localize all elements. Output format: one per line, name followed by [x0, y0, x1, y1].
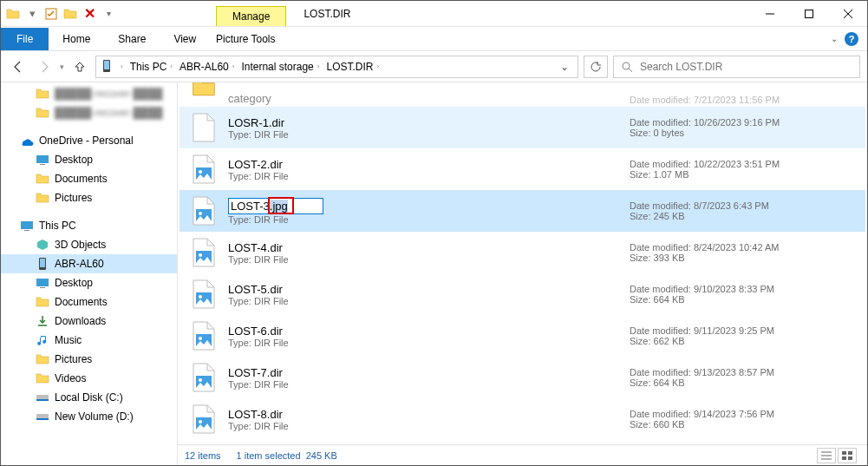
- file-type: Type: DIR File: [228, 421, 619, 431]
- file-icon: [190, 110, 218, 145]
- image-file-icon: [190, 194, 218, 228]
- quick-access-toolbar: ▾ ✕ ▾: [1, 5, 121, 23]
- nav-od-documents[interactable]: Documents: [1, 169, 177, 188]
- image-file-icon: [190, 360, 218, 395]
- folder-icon: [4, 5, 22, 23]
- svg-line-8: [629, 69, 632, 72]
- svg-point-34: [199, 420, 202, 423]
- image-file-icon: [190, 152, 218, 187]
- rename-input[interactable]: LOST-3.jpg: [228, 198, 323, 214]
- file-list[interactable]: category Date modified: 7/21/2023 11:56 …: [178, 82, 867, 444]
- tab-picture-tools[interactable]: Picture Tools: [202, 28, 289, 50]
- nav-recent-folder[interactable]: █████-recover-████: [1, 84, 177, 103]
- view-details-button[interactable]: [817, 448, 836, 463]
- crumb-lostdir[interactable]: LOST.DIR›: [323, 61, 382, 73]
- nav-documents[interactable]: Documents: [1, 292, 177, 312]
- tab-home[interactable]: Home: [49, 28, 104, 50]
- new-folder-icon[interactable]: [62, 5, 79, 23]
- forward-button[interactable]: [34, 56, 55, 77]
- list-item[interactable]: LOST-7.dir Type: DIR File Date modified:…: [179, 357, 865, 398]
- ribbon-expand-icon[interactable]: ⌄: [831, 34, 838, 43]
- properties-icon[interactable]: [42, 5, 60, 23]
- nav-this-pc[interactable]: This PC: [1, 216, 177, 235]
- file-name: LOST-7.dir: [228, 366, 619, 379]
- tab-share[interactable]: Share: [104, 28, 160, 50]
- window-title: LOST.DIR: [286, 8, 368, 20]
- list-item[interactable]: LOST-3.jpg Type: DIR File Date modified:…: [179, 190, 865, 232]
- address-bar[interactable]: › This PC› ABR-AL60› Internal storage› L…: [95, 56, 578, 78]
- nav-videos[interactable]: Videos: [1, 369, 177, 388]
- crumb-device[interactable]: ABR-AL60›: [176, 61, 238, 73]
- list-item[interactable]: LOST-8.dir Type: DIR File Date modified:…: [179, 398, 865, 440]
- view-thumbnails-button[interactable]: [838, 448, 857, 463]
- help-icon[interactable]: ?: [845, 32, 858, 46]
- list-item[interactable]: LOSR-1.dir Type: DIR File Date modified:…: [179, 107, 865, 148]
- qat-caret-icon[interactable]: ▾: [100, 5, 117, 23]
- list-item[interactable]: category Date modified: 7/21/2023 11:56 …: [179, 82, 865, 107]
- address-bar-row: ▾ › This PC› ABR-AL60› Internal storage›…: [1, 51, 867, 82]
- tab-file[interactable]: File: [1, 28, 49, 50]
- svg-rect-38: [842, 451, 846, 455]
- svg-rect-18: [36, 399, 49, 401]
- status-bar: 12 items 1 item selected 245 KB: [178, 444, 867, 465]
- nav-recent-folder[interactable]: █████-recover-████: [1, 103, 177, 122]
- image-file-icon: [190, 277, 218, 312]
- image-file-icon: [190, 318, 218, 353]
- nav-pictures[interactable]: Pictures: [1, 350, 177, 369]
- nav-3d-objects[interactable]: 3D Objects: [1, 235, 177, 254]
- nav-od-desktop[interactable]: Desktop: [1, 150, 177, 169]
- nav-onedrive[interactable]: OneDrive - Personal: [1, 131, 177, 150]
- device-icon: [100, 59, 115, 75]
- image-file-icon: [190, 235, 218, 270]
- svg-point-32: [199, 378, 202, 382]
- recent-locations-icon[interactable]: ▾: [60, 62, 64, 71]
- nav-desktop[interactable]: Desktop: [1, 273, 177, 292]
- list-item[interactable]: LOST-2.dir Type: DIR File Date modified:…: [179, 148, 865, 190]
- svg-rect-14: [40, 259, 45, 267]
- file-name: LOST-4.dir: [228, 241, 619, 254]
- list-item[interactable]: LOST-6.dir Type: DIR File Date modified:…: [179, 315, 865, 357]
- nav-downloads[interactable]: Downloads: [1, 312, 177, 331]
- nav-od-pictures[interactable]: Pictures: [1, 188, 177, 207]
- folder-icon: [190, 82, 218, 105]
- up-button[interactable]: [69, 56, 90, 77]
- file-name: LOST-2.dir: [228, 158, 619, 171]
- qat-dropdown-icon[interactable]: ▾: [23, 5, 41, 23]
- contextual-tab-manage[interactable]: Manage: [216, 6, 286, 26]
- nav-new-volume-d[interactable]: New Volume (D:): [1, 407, 177, 426]
- file-type: Type: DIR File: [228, 129, 619, 140]
- nav-local-disk-c[interactable]: Local Disk (C:): [1, 388, 177, 407]
- file-name: LOST-6.dir: [228, 325, 619, 338]
- svg-rect-41: [848, 456, 852, 460]
- nav-music[interactable]: Music: [1, 331, 177, 350]
- list-item[interactable]: LOST-5.dir Type: DIR File Date modified:…: [179, 273, 865, 315]
- maximize-button[interactable]: [789, 1, 828, 26]
- file-name: LOSR-1.dir: [228, 116, 619, 129]
- navigation-pane[interactable]: █████-recover-████ █████-recover-████ On…: [1, 82, 178, 465]
- svg-rect-11: [21, 221, 33, 229]
- svg-point-7: [623, 62, 630, 69]
- crumb-this-pc[interactable]: This PC›: [127, 61, 176, 73]
- crumb-sep[interactable]: ›: [117, 62, 127, 70]
- file-name: category: [228, 92, 619, 105]
- delete-icon[interactable]: ✕: [81, 5, 98, 23]
- svg-rect-40: [842, 456, 846, 460]
- refresh-button[interactable]: [584, 56, 608, 78]
- file-name: LOST-5.dir: [228, 283, 619, 296]
- svg-rect-9: [36, 155, 49, 163]
- minimize-button[interactable]: [750, 1, 789, 26]
- address-dropdown-icon[interactable]: ⌄: [553, 61, 576, 73]
- svg-rect-20: [36, 418, 49, 420]
- svg-rect-12: [24, 230, 29, 231]
- list-item[interactable]: LOST-4.dir Type: DIR File Date modified:…: [179, 232, 865, 273]
- nav-abr-device[interactable]: ABR-AL60: [1, 254, 177, 273]
- search-input[interactable]: [640, 61, 852, 73]
- file-type: Type: DIR File: [228, 296, 619, 306]
- search-box[interactable]: [613, 56, 860, 78]
- close-button[interactable]: [828, 1, 867, 26]
- crumb-internal[interactable]: Internal storage›: [238, 61, 323, 73]
- back-button[interactable]: [8, 56, 29, 77]
- svg-rect-10: [40, 164, 45, 165]
- svg-rect-16: [40, 287, 45, 288]
- svg-rect-6: [104, 61, 109, 69]
